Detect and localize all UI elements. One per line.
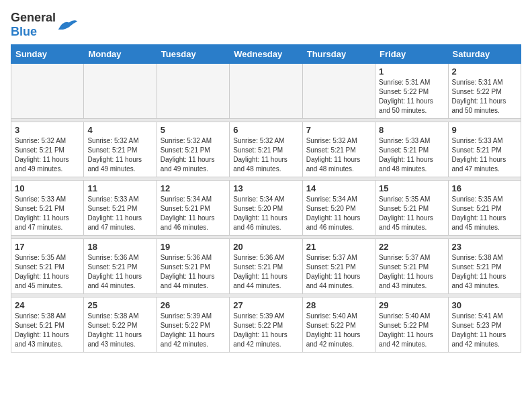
day-number: 21	[306, 242, 371, 252]
day-info: Sunrise: 5:35 AMSunset: 5:21 PMDaylight:…	[15, 253, 80, 291]
calendar-cell	[230, 64, 302, 119]
calendar-cell	[84, 64, 157, 119]
calendar-cell	[302, 64, 375, 119]
day-number: 18	[87, 242, 152, 252]
day-info: Sunrise: 5:38 AMSunset: 5:22 PMDaylight:…	[87, 312, 152, 349]
calendar-cell: 15Sunrise: 5:35 AMSunset: 5:21 PMDayligh…	[375, 181, 448, 236]
calendar-cell: 23Sunrise: 5:38 AMSunset: 5:21 PMDayligh…	[448, 239, 521, 294]
week-row-2: 3Sunrise: 5:32 AMSunset: 5:21 PMDaylight…	[11, 122, 521, 177]
calendar-cell: 25Sunrise: 5:38 AMSunset: 5:22 PMDayligh…	[84, 298, 157, 353]
weekday-header-friday: Friday	[375, 45, 448, 64]
day-number: 14	[306, 183, 371, 193]
logo-bird-icon	[57, 17, 79, 32]
day-info: Sunrise: 5:36 AMSunset: 5:21 PMDaylight:…	[233, 253, 298, 291]
day-number: 5	[161, 125, 226, 135]
day-info: Sunrise: 5:36 AMSunset: 5:21 PMDaylight:…	[87, 253, 152, 291]
calendar-cell: 22Sunrise: 5:37 AMSunset: 5:21 PMDayligh…	[375, 239, 448, 294]
calendar-cell: 20Sunrise: 5:36 AMSunset: 5:21 PMDayligh…	[230, 239, 302, 294]
day-number: 17	[15, 242, 80, 252]
day-info: Sunrise: 5:40 AMSunset: 5:22 PMDaylight:…	[306, 312, 371, 349]
calendar-cell: 2Sunrise: 5:31 AMSunset: 5:22 PMDaylight…	[448, 64, 521, 119]
day-info: Sunrise: 5:32 AMSunset: 5:21 PMDaylight:…	[306, 136, 371, 174]
calendar-cell: 6Sunrise: 5:32 AMSunset: 5:21 PMDaylight…	[230, 122, 302, 177]
week-row-4: 17Sunrise: 5:35 AMSunset: 5:21 PMDayligh…	[11, 239, 521, 294]
day-number: 8	[379, 125, 444, 135]
calendar-cell: 16Sunrise: 5:35 AMSunset: 5:21 PMDayligh…	[448, 181, 521, 236]
calendar-header-row: SundayMondayTuesdayWednesdayThursdayFrid…	[11, 45, 521, 64]
calendar-cell: 28Sunrise: 5:40 AMSunset: 5:22 PMDayligh…	[302, 298, 375, 353]
day-number: 30	[452, 300, 517, 310]
calendar-cell: 17Sunrise: 5:35 AMSunset: 5:21 PMDayligh…	[11, 239, 84, 294]
day-info: Sunrise: 5:38 AMSunset: 5:21 PMDaylight:…	[452, 253, 517, 291]
day-number: 15	[379, 183, 444, 193]
calendar-cell	[11, 64, 84, 119]
calendar-cell: 1Sunrise: 5:31 AMSunset: 5:22 PMDaylight…	[375, 64, 448, 119]
day-number: 3	[15, 125, 80, 135]
day-number: 25	[87, 300, 152, 310]
calendar-cell: 24Sunrise: 5:38 AMSunset: 5:21 PMDayligh…	[11, 298, 84, 353]
day-number: 19	[161, 242, 226, 252]
calendar-cell: 3Sunrise: 5:32 AMSunset: 5:21 PMDaylight…	[11, 122, 84, 177]
day-info: Sunrise: 5:34 AMSunset: 5:21 PMDaylight:…	[161, 195, 226, 232]
day-number: 16	[452, 183, 517, 193]
day-info: Sunrise: 5:39 AMSunset: 5:22 PMDaylight:…	[161, 312, 226, 349]
day-number: 27	[233, 300, 298, 310]
calendar-cell: 9Sunrise: 5:33 AMSunset: 5:21 PMDaylight…	[448, 122, 521, 177]
calendar-cell: 19Sunrise: 5:36 AMSunset: 5:21 PMDayligh…	[157, 239, 229, 294]
calendar-cell: 5Sunrise: 5:32 AMSunset: 5:21 PMDaylight…	[157, 122, 229, 177]
calendar-cell: 14Sunrise: 5:34 AMSunset: 5:20 PMDayligh…	[302, 181, 375, 236]
day-info: Sunrise: 5:32 AMSunset: 5:21 PMDaylight:…	[15, 136, 80, 174]
day-number: 9	[452, 125, 517, 135]
day-number: 26	[161, 300, 226, 310]
day-number: 2	[452, 66, 517, 77]
logo: General Blue	[11, 11, 79, 39]
week-row-1: 1Sunrise: 5:31 AMSunset: 5:22 PMDaylight…	[11, 64, 521, 119]
day-info: Sunrise: 5:35 AMSunset: 5:21 PMDaylight:…	[379, 195, 444, 232]
logo-general: General	[11, 11, 56, 24]
day-info: Sunrise: 5:34 AMSunset: 5:20 PMDaylight:…	[306, 195, 371, 232]
day-number: 23	[452, 242, 517, 252]
calendar-cell: 8Sunrise: 5:33 AMSunset: 5:21 PMDaylight…	[375, 122, 448, 177]
calendar-cell	[157, 64, 229, 119]
week-row-3: 10Sunrise: 5:33 AMSunset: 5:21 PMDayligh…	[11, 181, 521, 236]
weekday-header-saturday: Saturday	[448, 45, 521, 64]
calendar-cell: 4Sunrise: 5:32 AMSunset: 5:21 PMDaylight…	[84, 122, 157, 177]
day-info: Sunrise: 5:33 AMSunset: 5:21 PMDaylight:…	[15, 195, 80, 232]
day-number: 24	[15, 300, 80, 310]
calendar-cell: 30Sunrise: 5:41 AMSunset: 5:23 PMDayligh…	[448, 298, 521, 353]
day-info: Sunrise: 5:31 AMSunset: 5:22 PMDaylight:…	[379, 78, 444, 116]
day-info: Sunrise: 5:34 AMSunset: 5:20 PMDaylight:…	[233, 195, 298, 232]
day-info: Sunrise: 5:32 AMSunset: 5:21 PMDaylight:…	[161, 136, 226, 174]
day-info: Sunrise: 5:37 AMSunset: 5:21 PMDaylight:…	[306, 253, 371, 291]
weekday-header-thursday: Thursday	[302, 45, 375, 64]
day-number: 11	[87, 183, 152, 193]
calendar-cell: 10Sunrise: 5:33 AMSunset: 5:21 PMDayligh…	[11, 181, 84, 236]
day-info: Sunrise: 5:41 AMSunset: 5:23 PMDaylight:…	[452, 312, 517, 349]
day-number: 28	[306, 300, 371, 310]
day-number: 29	[379, 300, 444, 310]
weekday-header-wednesday: Wednesday	[230, 45, 302, 64]
day-number: 13	[233, 183, 298, 193]
day-info: Sunrise: 5:40 AMSunset: 5:22 PMDaylight:…	[379, 312, 444, 349]
weekday-header-tuesday: Tuesday	[157, 45, 229, 64]
day-info: Sunrise: 5:37 AMSunset: 5:21 PMDaylight:…	[379, 253, 444, 291]
week-row-5: 24Sunrise: 5:38 AMSunset: 5:21 PMDayligh…	[11, 298, 521, 353]
day-info: Sunrise: 5:33 AMSunset: 5:21 PMDaylight:…	[452, 136, 517, 174]
calendar-cell: 12Sunrise: 5:34 AMSunset: 5:21 PMDayligh…	[157, 181, 229, 236]
weekday-header-sunday: Sunday	[11, 45, 84, 64]
day-info: Sunrise: 5:33 AMSunset: 5:21 PMDaylight:…	[379, 136, 444, 174]
calendar-cell: 13Sunrise: 5:34 AMSunset: 5:20 PMDayligh…	[230, 181, 302, 236]
logo-blue: Blue	[11, 25, 37, 38]
day-number: 20	[233, 242, 298, 252]
calendar-table: SundayMondayTuesdayWednesdayThursdayFrid…	[11, 44, 521, 353]
page-header: General Blue	[11, 11, 521, 39]
day-info: Sunrise: 5:36 AMSunset: 5:21 PMDaylight:…	[161, 253, 226, 291]
day-info: Sunrise: 5:32 AMSunset: 5:21 PMDaylight:…	[233, 136, 298, 174]
calendar-cell: 18Sunrise: 5:36 AMSunset: 5:21 PMDayligh…	[84, 239, 157, 294]
day-info: Sunrise: 5:39 AMSunset: 5:22 PMDaylight:…	[233, 312, 298, 349]
day-number: 10	[15, 183, 80, 193]
day-number: 12	[161, 183, 226, 193]
day-number: 4	[87, 125, 152, 135]
day-number: 6	[233, 125, 298, 135]
calendar-cell: 21Sunrise: 5:37 AMSunset: 5:21 PMDayligh…	[302, 239, 375, 294]
